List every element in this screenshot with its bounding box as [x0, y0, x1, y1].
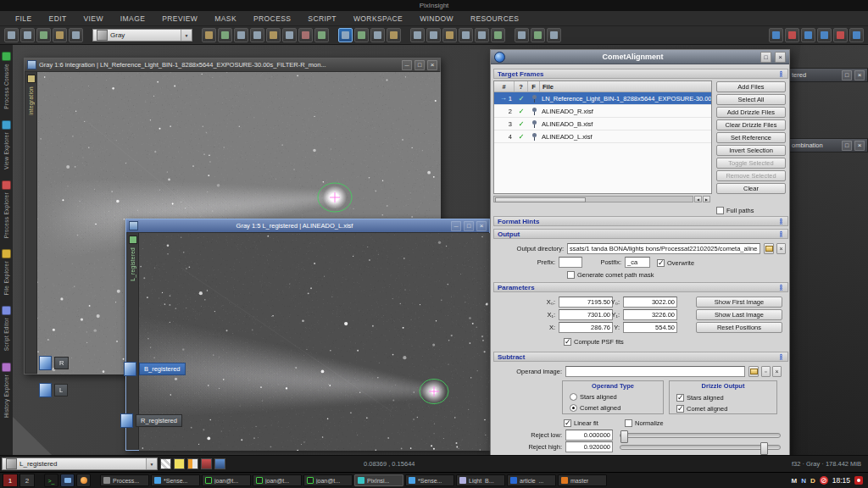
- table-row[interactable]: 3 ALINEADO_B.xisf: [494, 118, 711, 130]
- menu-resources[interactable]: RESOURCES: [462, 14, 527, 23]
- toolbar-icon[interactable]: [234, 28, 248, 42]
- terminal-launcher-icon[interactable]: [44, 474, 58, 487]
- comet-aligned-radio[interactable]: Comet aligned: [570, 403, 620, 413]
- palette-red-icon[interactable]: [201, 458, 212, 469]
- taskbar-item[interactable]: joan@t...: [202, 474, 251, 486]
- toolbar-workspace-icon[interactable]: [817, 28, 832, 42]
- clear-directory-icon[interactable]: ×: [776, 243, 786, 254]
- close-icon[interactable]: [854, 141, 865, 151]
- section-output[interactable]: Output: [493, 229, 788, 239]
- menu-script[interactable]: SCRIPT: [299, 14, 345, 23]
- output-directory-input[interactable]: [567, 243, 760, 254]
- dropdown-arrow-icon[interactable]: [146, 458, 157, 469]
- clear-drizzle-files-button[interactable]: Clear Drizzle Files: [716, 119, 786, 130]
- clock[interactable]: 18:15: [832, 476, 850, 485]
- toolbar-icon[interactable]: [266, 28, 281, 42]
- taskbar-item[interactable]: Light_B...: [456, 474, 505, 486]
- iconized-view-r-registered[interactable]: R_registered: [120, 413, 182, 428]
- table-row[interactable]: 4 ALINEADO_L.xisf: [494, 130, 711, 143]
- close-icon[interactable]: [775, 52, 786, 63]
- section-subtract[interactable]: Subtract: [493, 352, 788, 362]
- menu-edit[interactable]: EDIT: [41, 14, 75, 23]
- linear-fit-checkbox[interactable]: Linear fit: [564, 418, 598, 428]
- toolbar-icon[interactable]: [53, 28, 67, 42]
- show-first-image-button[interactable]: Show First Image: [696, 297, 782, 308]
- toolbar-icon[interactable]: [282, 28, 297, 42]
- menu-process[interactable]: PROCESS: [245, 14, 299, 23]
- scroll-left-icon[interactable]: [694, 196, 702, 202]
- dock-tab-file-explorer[interactable]: File Explorer: [2, 249, 11, 295]
- browser-launcher-icon[interactable]: [76, 474, 91, 487]
- pin-icon[interactable]: [531, 108, 537, 115]
- toggle-selected-button[interactable]: Toggle Selected: [716, 158, 786, 169]
- enabled-check-icon[interactable]: [518, 108, 524, 115]
- partial-window-combination[interactable]: ombination: [788, 138, 868, 152]
- toolbar-icon[interactable]: [4, 28, 19, 42]
- dock-tab-view-explorer[interactable]: View Explorer: [2, 120, 11, 169]
- palette-checker-icon[interactable]: [160, 458, 171, 469]
- taskbar-item-active[interactable]: PixInsi...: [354, 474, 403, 486]
- taskbar-item[interactable]: master: [558, 474, 607, 486]
- pin-icon[interactable]: [531, 95, 537, 103]
- stars-aligned-radio[interactable]: Stars aligned: [570, 392, 617, 402]
- drizzle-comet-aligned-checkbox[interactable]: Comet aligned: [676, 403, 727, 413]
- toolbar-icon[interactable]: [387, 28, 401, 42]
- clear-operand-icon[interactable]: ×: [772, 366, 782, 377]
- toolbar-icon[interactable]: [491, 28, 505, 42]
- toolbar-icon[interactable]: [475, 28, 489, 42]
- close-icon[interactable]: [476, 221, 487, 231]
- taskbar-item[interactable]: joan@t...: [253, 474, 302, 486]
- toolbar-workspace-icon[interactable]: [785, 28, 799, 42]
- toolbar-icon[interactable]: [250, 28, 264, 42]
- pin-icon[interactable]: [531, 120, 537, 128]
- toolbar-icon[interactable]: [36, 28, 51, 42]
- remove-selected-button[interactable]: Remove Selected: [716, 170, 786, 181]
- collapse-icon[interactable]: [778, 285, 785, 291]
- partial-window-registered[interactable]: tered: [788, 68, 868, 82]
- browse-operand-icon[interactable]: [748, 366, 759, 377]
- toolbar-icon[interactable]: [531, 28, 545, 42]
- maximize-icon[interactable]: [842, 70, 852, 80]
- y0-input[interactable]: [623, 297, 677, 308]
- toolbar-icon[interactable]: [459, 28, 473, 42]
- tray-icon[interactable]: M: [791, 477, 797, 485]
- toolbar-icon[interactable]: [410, 28, 425, 42]
- target-frames-table[interactable]: # ? F File 1 LN_Reference_Light_BIN-1_82…: [493, 80, 712, 194]
- toolbar-icon[interactable]: [426, 28, 441, 42]
- palette-yellow-icon[interactable]: [174, 458, 185, 469]
- normalize-checkbox[interactable]: Normalize: [625, 418, 664, 428]
- iconize-icon[interactable]: [451, 221, 461, 231]
- postfix-input[interactable]: [625, 257, 650, 268]
- section-target-frames[interactable]: Target Frames: [493, 69, 788, 79]
- close-icon[interactable]: [854, 70, 865, 80]
- compute-psf-fits-checkbox[interactable]: Compute PSF fits: [564, 336, 624, 347]
- toolbar-icon[interactable]: [370, 28, 385, 42]
- toolbar-workspace-icon[interactable]: [833, 28, 848, 42]
- show-last-image-button[interactable]: Show Last Image: [696, 309, 782, 320]
- toolbar-icon[interactable]: [442, 28, 457, 42]
- collapse-icon[interactable]: [778, 231, 785, 237]
- menu-file[interactable]: FILE: [7, 14, 41, 23]
- menu-view[interactable]: VIEW: [75, 14, 112, 23]
- close-icon[interactable]: [427, 60, 437, 70]
- prefix-input[interactable]: [559, 257, 582, 268]
- maximize-icon[interactable]: [760, 52, 771, 63]
- iconize-icon[interactable]: [402, 60, 412, 70]
- reject-high-input[interactable]: [565, 441, 613, 452]
- channel-selector[interactable]: Gray: [92, 29, 192, 42]
- comet-path-mask-checkbox[interactable]: Generate comet path mask: [567, 269, 654, 280]
- dock-tab-script-editor[interactable]: Script Editor: [2, 306, 11, 351]
- file-manager-launcher-icon[interactable]: [60, 474, 75, 487]
- toolbar-icon[interactable]: [218, 28, 232, 42]
- workspace-2-button[interactable]: 2: [19, 474, 35, 487]
- full-paths-checkbox[interactable]: Full paths: [716, 205, 754, 215]
- maximize-icon[interactable]: [842, 141, 852, 151]
- browse-folder-icon[interactable]: [764, 243, 774, 254]
- dock-tab-process-console[interactable]: Process Console: [2, 52, 11, 109]
- do-not-disturb-icon[interactable]: [820, 476, 828, 485]
- toolbar-icon[interactable]: [314, 28, 329, 42]
- toolbar-icon-active-tool[interactable]: [338, 28, 353, 42]
- toolbar-workspace-icon[interactable]: [801, 28, 815, 42]
- overwrite-checkbox[interactable]: Overwrite: [657, 258, 694, 268]
- image-canvas-l-registered[interactable]: [139, 233, 490, 451]
